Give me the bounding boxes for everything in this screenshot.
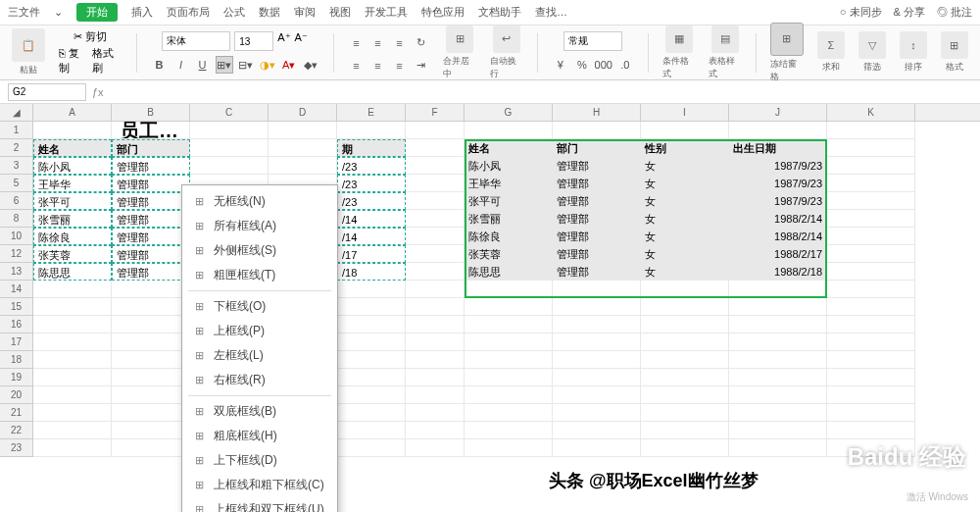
col-header[interactable]: G	[465, 104, 553, 121]
cell[interactable]: 1988/2/14	[729, 210, 827, 228]
row-header[interactable]: 17	[0, 333, 33, 351]
align-right-icon[interactable]: ≡	[390, 57, 408, 75]
fmttable-icon[interactable]: ▤	[711, 26, 739, 53]
cell[interactable]	[729, 386, 827, 404]
row-header[interactable]: 23	[0, 439, 33, 457]
row-header[interactable]: 20	[0, 386, 33, 404]
border-menu-item[interactable]: ⊞粗匣框线(T)	[182, 263, 337, 287]
cell[interactable]: /14	[337, 210, 406, 228]
cell[interactable]	[337, 386, 406, 404]
cell[interactable]: 管理部	[112, 192, 190, 210]
cell[interactable]: /17	[337, 245, 406, 263]
cell[interactable]: 陈小凤	[465, 157, 553, 175]
align-mid-icon[interactable]: ≡	[368, 34, 386, 52]
tab-insert[interactable]: 插入	[131, 5, 153, 20]
cell[interactable]	[406, 439, 465, 457]
cell[interactable]	[33, 122, 112, 139]
border-menu-item[interactable]: ⊞右框线(R)	[182, 368, 337, 392]
cell[interactable]	[641, 386, 729, 404]
cell[interactable]	[729, 298, 827, 316]
row-header[interactable]: 14	[0, 281, 33, 298]
tab-view[interactable]: 视图	[329, 5, 351, 20]
cell[interactable]	[465, 369, 553, 386]
row-header[interactable]: 18	[0, 351, 33, 369]
cell[interactable]	[112, 369, 190, 386]
tab-dev[interactable]: 开发工具	[365, 5, 408, 20]
cell[interactable]	[553, 386, 641, 404]
inc-dec-icon[interactable]: .0	[616, 56, 634, 74]
align-top-icon[interactable]: ≡	[347, 34, 365, 52]
tab-start[interactable]: 开始	[76, 3, 118, 22]
percent-icon[interactable]: %	[573, 56, 591, 74]
cell[interactable]	[553, 351, 641, 369]
col-header[interactable]: A	[33, 104, 112, 121]
currency-icon[interactable]: ¥	[552, 56, 569, 74]
cell[interactable]	[553, 298, 641, 316]
cell[interactable]	[337, 333, 406, 351]
cell[interactable]	[729, 316, 827, 333]
cell[interactable]	[465, 281, 553, 298]
highlight-button[interactable]: ◑▾	[259, 56, 276, 74]
col-header[interactable]: J	[729, 104, 827, 121]
align-center-icon[interactable]: ≡	[368, 57, 386, 75]
row-header[interactable]: 5	[0, 175, 33, 192]
cell[interactable]	[406, 139, 465, 157]
cell[interactable]	[269, 157, 337, 175]
inc-font-icon[interactable]: A⁺	[277, 31, 290, 51]
cell[interactable]	[406, 245, 465, 263]
paste-icon[interactable]: 📋	[12, 28, 45, 62]
bold-button[interactable]: B	[151, 56, 169, 74]
cell[interactable]	[465, 316, 553, 333]
cell[interactable]	[112, 316, 190, 333]
cell[interactable]	[406, 422, 465, 439]
comma-icon[interactable]: 000	[595, 56, 612, 74]
row-header[interactable]: 21	[0, 404, 33, 422]
cell[interactable]	[641, 281, 729, 298]
condfmt-icon[interactable]: ▦	[665, 26, 693, 53]
cell[interactable]	[406, 351, 465, 369]
merge-icon[interactable]: ⊞	[446, 26, 473, 53]
border-button[interactable]: ⊞▾	[216, 56, 233, 74]
border-menu-item[interactable]: ⊞外侧框线(S)	[182, 238, 337, 263]
cell-reference-input[interactable]	[8, 83, 86, 101]
cell[interactable]	[33, 439, 112, 457]
cell[interactable]	[729, 404, 827, 422]
freeze-icon[interactable]: ⊞	[770, 23, 804, 56]
cell[interactable]: 陈徐良	[33, 228, 112, 245]
cell[interactable]: 1988/2/14	[729, 228, 827, 245]
tab-special[interactable]: 特色应用	[421, 5, 465, 20]
row-header[interactable]: 1	[0, 122, 33, 139]
border-menu-item[interactable]: ⊞上框线和粗下框线(C)	[182, 473, 337, 497]
sort-icon[interactable]: ↕	[900, 31, 927, 59]
menu-icon[interactable]: ⌄	[54, 6, 63, 19]
cell[interactable]: 管理部	[553, 157, 641, 175]
border-menu-item[interactable]: ⊞无框线(N)	[182, 189, 337, 214]
cell[interactable]: 1988/2/18	[729, 263, 827, 281]
effects-button[interactable]: ◆▾	[302, 56, 319, 74]
tab-layout[interactable]: 页面布局	[167, 5, 210, 20]
col-header[interactable]: K	[827, 104, 915, 121]
search-label[interactable]: 查找…	[535, 5, 567, 20]
border-menu-item[interactable]: ⊞所有框线(A)	[182, 214, 337, 238]
row-header[interactable]: 13	[0, 263, 33, 281]
cell[interactable]	[337, 298, 406, 316]
cell[interactable]	[641, 369, 729, 386]
cell[interactable]	[406, 333, 465, 351]
cell[interactable]	[553, 122, 641, 139]
tab-doc[interactable]: 文档助手	[478, 5, 521, 20]
cell[interactable]	[406, 122, 465, 139]
row-header[interactable]: 6	[0, 192, 33, 210]
cell[interactable]: 管理部	[112, 157, 190, 175]
cell[interactable]: 陈思思	[33, 263, 112, 281]
sum-icon[interactable]: Σ	[817, 31, 845, 59]
cell[interactable]	[337, 316, 406, 333]
format-painter-button[interactable]: 格式刷	[92, 46, 122, 76]
cell[interactable]: 出生日期	[729, 139, 827, 157]
cell[interactable]	[190, 157, 269, 175]
cell[interactable]: 张芙蓉	[33, 245, 112, 263]
row-header[interactable]: 8	[0, 210, 33, 228]
fill-color-button[interactable]: ⊟▾	[237, 56, 255, 74]
cell[interactable]	[33, 404, 112, 422]
cell[interactable]: 陈徐良	[465, 228, 553, 245]
cell[interactable]	[553, 369, 641, 386]
